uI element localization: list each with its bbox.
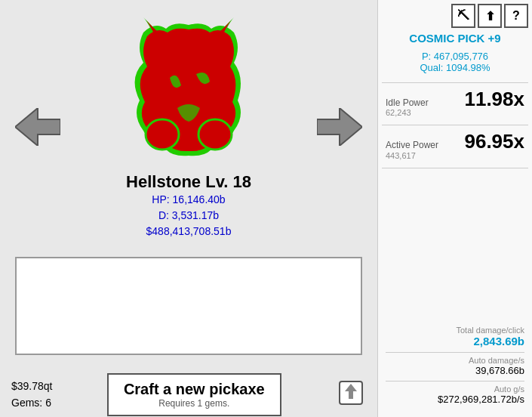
auto-g-value: $272,969,281.72b/s [386, 394, 524, 405]
next-monster-button[interactable] [317, 108, 362, 149]
monster-damage: D: 3,531.17b [146, 208, 232, 224]
svg-marker-0 [15, 108, 60, 146]
monster-reward: $488,413,708.51b [146, 224, 232, 239]
craft-button-title: Craft a new pickaxe [124, 381, 265, 398]
auto-g-label: Auto g/s [386, 385, 524, 394]
total-damage-value: 2,843.69b [386, 335, 524, 348]
pickaxe-power: P: 467,095,776 [382, 51, 528, 62]
craft-pickaxe-button[interactable]: Craft a new pickaxe Requires 1 gems. [107, 373, 281, 416]
top-icons: ⛏ ⬆ ? [382, 4, 528, 28]
previous-monster-button[interactable] [15, 108, 60, 149]
idle-power-row: Idle Power 62,243 11.98x [382, 86, 528, 119]
player-resources: $39.78qt Gems: 6 [11, 378, 53, 412]
total-damage-row: Total damage/click 2,843.69b [386, 326, 524, 348]
help-button[interactable]: ? [504, 4, 528, 28]
idle-power-value: 11.98x [464, 88, 524, 111]
monster-area: Hellstone Lv. 18 HP: 16,146.40b D: 3,531… [0, 0, 377, 257]
active-power-value: 96.95x [464, 130, 524, 153]
bottom-bar: $39.78qt Gems: 6 Craft a new pickaxe Req… [0, 372, 377, 417]
auto-damage-label: Auto damage/s [386, 356, 524, 365]
pickaxe-button[interactable]: ⛏ [451, 4, 475, 28]
idle-power-sub: 62,243 [386, 108, 429, 117]
pickaxe-power-section: P: 467,095,776 Qual: 1094.98% [382, 51, 528, 73]
svg-marker-5 [317, 108, 362, 146]
player-gems: Gems: 6 [11, 394, 53, 411]
total-damage-label: Total damage/click [386, 326, 524, 335]
monster-display: Hellstone Lv. 18 HP: 16,146.40b D: 3,531… [121, 17, 257, 239]
auto-damage-row: Auto damage/s 39,678.66b [386, 356, 524, 376]
pickaxe-name: COSMIC PICK +9 [382, 32, 528, 45]
pickaxe-quality: Qual: 1094.98% [382, 62, 528, 73]
active-power-row: Active Power 443,617 96.95x [382, 128, 528, 161]
monster-hp: HP: 16,146.40b [146, 192, 232, 208]
monster-stats: HP: 16,146.40b D: 3,531.17b $488,413,708… [146, 192, 232, 239]
active-power-label: Active Power [386, 140, 438, 150]
auto-g-row: Auto g/s $272,969,281.72b/s [386, 385, 524, 405]
monster-image [121, 17, 257, 168]
stats-panel: ⛏ ⬆ ? COSMIC PICK +9 P: 467,095,776 Qual… [377, 0, 532, 417]
share-button[interactable] [336, 378, 366, 411]
upgrade-button[interactable]: ⬆ [478, 4, 502, 28]
damage-section: Total damage/click 2,843.69b Auto damage… [382, 322, 528, 413]
idle-power-label: Idle Power [386, 97, 429, 108]
auto-damage-value: 39,678.66b [386, 365, 524, 376]
player-money: $39.78qt [11, 378, 53, 394]
battle-log [15, 257, 362, 355]
active-power-sub: 443,617 [386, 151, 438, 160]
monster-name: Hellstone Lv. 18 [126, 172, 251, 192]
craft-button-subtitle: Requires 1 gems. [124, 398, 265, 409]
